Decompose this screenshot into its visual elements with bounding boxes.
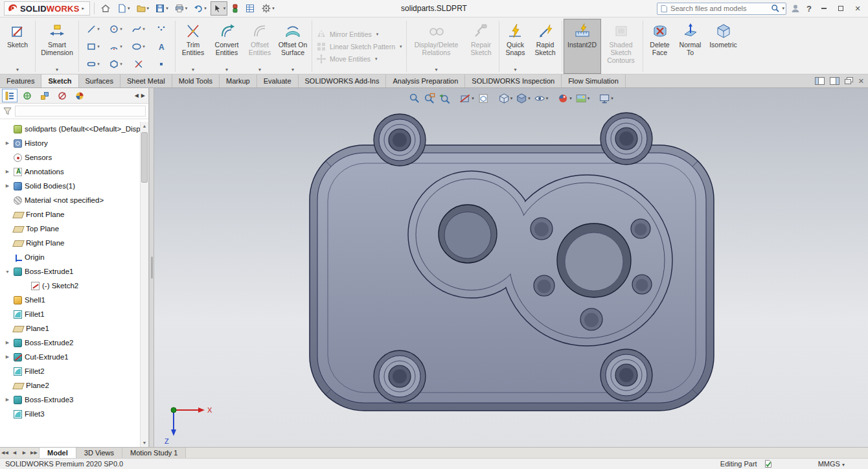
close-button[interactable]: ✕ [851, 3, 864, 14]
help-button[interactable]: ? [805, 4, 814, 14]
point-small-button[interactable] [150, 55, 172, 73]
tree-item-fillet1[interactable]: Fillet1 [0, 307, 148, 321]
expand-icon[interactable]: ▶ [4, 340, 11, 345]
tab-analysis-preparation[interactable]: Analysis Preparation [386, 74, 465, 87]
tab-3d-views[interactable]: 3D Views [76, 448, 122, 458]
display-style-button[interactable]: ▾ [514, 91, 532, 106]
tab-configurationmanager[interactable] [37, 89, 52, 102]
ribbon-button-delete-face[interactable]: Delete Face [645, 19, 676, 74]
tree-item-annotations[interactable]: ▶ Annotations [0, 165, 148, 179]
feature-filter-input[interactable] [15, 106, 146, 117]
tree-item-history[interactable]: ▶ History [0, 136, 148, 150]
tab-sketch[interactable]: Sketch [41, 74, 78, 87]
tree-item-fillet3[interactable]: Fillet3 [0, 407, 148, 421]
edit-appearance-button[interactable]: ▾ [556, 91, 573, 106]
tree-item-origin[interactable]: Origin [0, 250, 148, 264]
tab-sheet-metal[interactable]: Sheet Metal [120, 74, 172, 87]
tree-item-sensors[interactable]: Sensors [0, 150, 148, 165]
home-button[interactable] [98, 1, 113, 16]
tree-item-boss-extrude1[interactable]: ▼ Boss-Extrude1 [0, 264, 148, 279]
search-input[interactable] [670, 5, 768, 12]
tree-item-solid-bodies[interactable]: ▶ Solid Bodies(1) [0, 179, 148, 193]
expand-icon[interactable]: ▶ [4, 397, 11, 402]
sign-in-icon[interactable] [790, 3, 801, 14]
save-button[interactable]: ▾ [153, 1, 170, 16]
ribbon-button-sketch[interactable]: Sketch ▾ [1, 19, 34, 74]
graphics-viewport[interactable]: ▾ ▾ [154, 88, 868, 447]
tree-item-boss-extrude2[interactable]: ▶ Boss-Extrude2 [0, 336, 148, 350]
right-bore-hole[interactable] [557, 223, 631, 297]
tree-scrollbar[interactable]: ▲ ▼ [140, 122, 148, 447]
tree-item-cut-extrude1[interactable]: ▶ Cut-Extrude1 [0, 350, 148, 364]
scroll-up-icon[interactable]: ▲ [141, 122, 148, 130]
section-view-button[interactable]: ▾ [458, 91, 475, 106]
ribbon-button-normal-to[interactable]: Normal To [676, 19, 705, 74]
tab-solidworks-inspection[interactable]: SOLIDWORKS Inspection [465, 74, 562, 87]
ribbon-button-isometric[interactable]: Isometric [705, 19, 742, 74]
tree-root[interactable]: solidparts (Default<<Default>_Disp [0, 122, 148, 136]
tree-item-boss-extrude3[interactable]: ▶ Boss-Extrude3 [0, 393, 148, 407]
panel-tabs-scroll-right-icon[interactable]: ▶ [141, 93, 145, 98]
part-3d-view[interactable]: X Z [154, 88, 868, 447]
corner-rectangle-button[interactable]: ▾ [82, 38, 104, 55]
next-tab-icon[interactable]: ▶ [19, 450, 29, 455]
tab-motion-study-1[interactable]: Motion Study 1 [122, 448, 186, 458]
tab-displaymanager[interactable] [72, 89, 87, 102]
tab-features[interactable]: Features [0, 74, 41, 87]
search-dropdown-icon[interactable]: ▾ [782, 6, 785, 11]
selection-filter-toggle-button[interactable] [229, 1, 241, 16]
tab-evaluate[interactable]: Evaluate [257, 74, 299, 87]
scroll-down-icon[interactable]: ▼ [141, 439, 148, 447]
select-tool-button[interactable]: ▾ [211, 1, 228, 16]
tab-propertymanager[interactable] [19, 89, 35, 102]
tree-item-plane2[interactable]: Plane2 [0, 378, 148, 393]
print-button[interactable]: ▾ [172, 1, 190, 16]
tab-mold-tools[interactable]: Mold Tools [172, 74, 220, 87]
corner-boss-bottom-left[interactable] [374, 350, 426, 402]
task-table-button[interactable] [243, 1, 257, 16]
view-settings-button[interactable]: ▾ [597, 91, 615, 106]
tab-solidworks-add-ins[interactable]: SOLIDWORKS Add-Ins [299, 74, 387, 87]
arc-button[interactable]: ▾ [104, 38, 127, 55]
part-body[interactable] [310, 113, 714, 411]
panel-tabs-scroll-left-icon[interactable]: ◀ [135, 93, 139, 98]
tab-flow-simulation[interactable]: Flow Simulation [562, 74, 626, 87]
3d-drawing-views-button[interactable] [476, 91, 490, 106]
corner-boss-top-left[interactable] [374, 114, 426, 166]
tab-surfaces[interactable]: Surfaces [79, 74, 120, 87]
tree-item-fillet2[interactable]: Fillet2 [0, 364, 148, 378]
ribbon-button-instant2d[interactable]: Instant2D [564, 19, 601, 74]
expand-icon[interactable]: ▶ [4, 169, 11, 174]
pane-right-icon[interactable] [830, 77, 839, 85]
tree-item-shell1[interactable]: Shell1 [0, 293, 148, 307]
maximize-button[interactable] [834, 3, 847, 14]
undo-button[interactable]: ▾ [191, 1, 209, 16]
tree-item-top-plane[interactable]: Top Plane [0, 222, 148, 236]
panel-splitter[interactable] [149, 88, 154, 447]
ribbon-button-convert-entities[interactable]: Convert Entities ▾ [209, 19, 244, 74]
tab-model[interactable]: Model [40, 448, 76, 458]
open-button[interactable]: ▾ [134, 1, 152, 16]
restore-window-icon[interactable] [845, 77, 853, 85]
corner-boss-top-right[interactable] [600, 113, 652, 165]
trim-small-button[interactable] [127, 55, 150, 73]
text-button[interactable]: A [150, 38, 172, 55]
tree-item-right-plane[interactable]: Right Plane [0, 236, 148, 250]
spline-button[interactable]: ▾ [127, 20, 150, 38]
tree-item-material[interactable]: Material <not specified> [0, 193, 148, 207]
tree-item-sketch2[interactable]: (-) Sketch2 [0, 279, 148, 293]
zoom-to-area-button[interactable] [422, 91, 437, 106]
options-button[interactable]: ▾ [259, 1, 277, 16]
solidworks-logo[interactable]: SOLIDWORKS ▸ [4, 1, 90, 16]
previous-view-button[interactable] [437, 91, 451, 106]
apply-scene-button[interactable]: ▾ [574, 91, 591, 106]
point-button[interactable] [150, 20, 172, 38]
zoom-to-fit-button[interactable] [407, 91, 422, 106]
expand-icon[interactable]: ▶ [4, 141, 11, 146]
ellipse-button[interactable]: ▾ [127, 38, 150, 55]
scrollbar-thumb[interactable] [141, 132, 148, 183]
search-icon[interactable] [771, 4, 780, 13]
tree-item-plane1[interactable]: Plane1 [0, 321, 148, 336]
polygon-button[interactable]: ▾ [104, 55, 127, 73]
ribbon-button-quick-snaps[interactable]: Quick Snaps ▾ [501, 19, 531, 74]
